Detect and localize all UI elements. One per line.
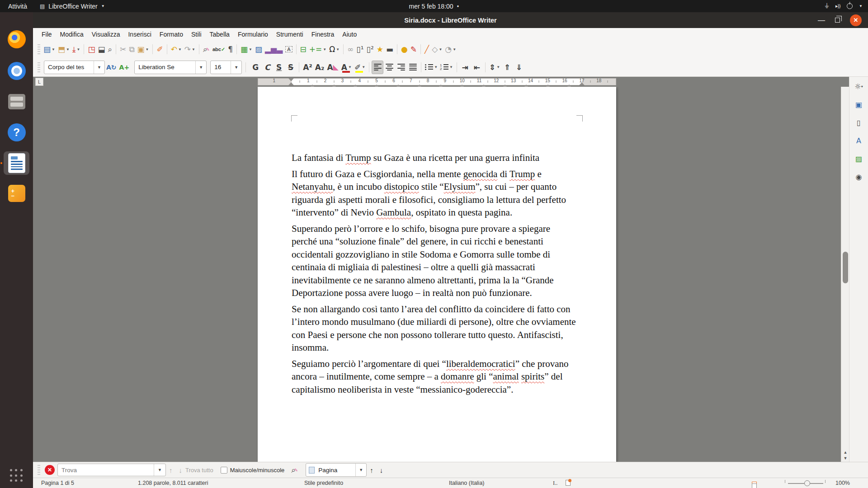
chevron-down-icon[interactable]: ▼ bbox=[355, 464, 366, 476]
find-next-button[interactable]: ↓ bbox=[176, 466, 186, 474]
print-preview-button[interactable]: ⌕ bbox=[107, 43, 114, 56]
scrollbar-thumb[interactable] bbox=[843, 252, 848, 283]
language-status[interactable]: Italiano (Italia) bbox=[449, 480, 485, 486]
vertical-scrollbar[interactable]: ▲ ▼ bbox=[841, 87, 849, 462]
restore-button[interactable] bbox=[835, 18, 840, 23]
menu-formato[interactable]: Formato bbox=[156, 29, 187, 40]
bullet-list-button[interactable]: ▼ bbox=[424, 61, 439, 74]
horizontal-ruler[interactable]: 1123456789101112131415161718 bbox=[0, 77, 868, 87]
document-paragraph[interactable]: Seguiamo perciò l’argomentare di quei “l… bbox=[292, 357, 583, 396]
insert-table-button[interactable]: ▦▼ bbox=[239, 43, 254, 56]
menu-visualizza[interactable]: Visualizza bbox=[88, 29, 124, 40]
update-style-button[interactable]: A↻ bbox=[105, 61, 118, 74]
page-style-status[interactable]: Stile predefinito bbox=[304, 480, 343, 486]
app-menu-button[interactable]: ▤ LibreOffice Writer ▼ bbox=[40, 3, 105, 10]
dock-item-files[interactable] bbox=[4, 90, 29, 113]
document-paragraph[interactable]: Il futuro di Gaza e Cisgiordania, nella … bbox=[292, 168, 583, 219]
highlight-color-button[interactable]: ✐▼ bbox=[353, 61, 367, 74]
formatting-marks-button[interactable]: ¶ bbox=[226, 43, 234, 56]
menu-file[interactable]: File bbox=[38, 29, 56, 40]
document-text[interactable]: La fantasia di Trump su Gaza è una ricet… bbox=[292, 151, 583, 399]
new-document-button[interactable]: ▤▼ bbox=[42, 43, 57, 56]
undo-button[interactable]: ↶▼ bbox=[170, 43, 183, 56]
match-case-checkbox[interactable] bbox=[221, 467, 227, 474]
dock-item-software-updater[interactable]: +− bbox=[4, 182, 29, 205]
next-page-icon[interactable]: ▼ bbox=[841, 456, 849, 460]
dock-item-show-applications[interactable] bbox=[4, 464, 29, 488]
cut-button[interactable]: ✂ bbox=[118, 43, 127, 56]
previous-page-icon[interactable]: ▲ bbox=[841, 450, 849, 455]
toolbar-grip[interactable] bbox=[38, 44, 40, 54]
dock-item-help[interactable]: ? bbox=[4, 121, 29, 144]
navigator-deck-button[interactable]: ◉ bbox=[853, 171, 865, 183]
menu-stili[interactable]: Stili bbox=[187, 29, 206, 40]
find-and-replace-button[interactable]: ⌕✎ bbox=[290, 464, 299, 476]
navigate-previous-button[interactable]: ↑ bbox=[367, 466, 377, 474]
menu-formulario[interactable]: Formulario bbox=[234, 29, 272, 40]
justify-button[interactable] bbox=[407, 61, 419, 74]
chevron-down-icon[interactable]: ▼ bbox=[195, 61, 206, 74]
chevron-down-icon[interactable]: ▼ bbox=[94, 61, 104, 74]
document-paragraph[interactable]: Se non allargando così tanto l’area del … bbox=[292, 303, 583, 354]
dock-item-firefox[interactable] bbox=[4, 28, 29, 51]
left-indent-marker[interactable] bbox=[288, 78, 294, 81]
insert-endnote-button[interactable]: ▯² bbox=[365, 43, 375, 56]
strikethrough-button[interactable]: S bbox=[285, 61, 297, 74]
insert-bookmark-button[interactable]: ★ bbox=[375, 43, 385, 56]
basic-shapes-button[interactable]: ◇▼ bbox=[430, 43, 443, 56]
superscript-button[interactable]: A² bbox=[302, 61, 314, 74]
track-changes-button[interactable]: ✎ bbox=[409, 43, 418, 56]
font-color-button[interactable]: A▼ bbox=[340, 61, 353, 74]
toolbar-grip[interactable] bbox=[38, 465, 40, 475]
word-count-status[interactable]: 1.208 parole, 8.011 caratteri bbox=[138, 480, 208, 486]
document-modified-icon[interactable] bbox=[566, 480, 571, 486]
subscript-button[interactable]: A₂ bbox=[314, 61, 326, 74]
gallery-deck-button[interactable]: ▨ bbox=[853, 153, 865, 164]
export-pdf-button[interactable]: ◳ bbox=[86, 43, 96, 56]
insert-hyperlink-button[interactable]: ∞ bbox=[346, 43, 355, 56]
insert-textbox-button[interactable]: A bbox=[284, 43, 293, 56]
align-right-button[interactable] bbox=[395, 61, 407, 74]
insert-field-button[interactable]: +=▼ bbox=[308, 43, 328, 56]
copy-button[interactable]: ⧉ bbox=[127, 43, 136, 56]
menu-strumenti[interactable]: Strumenti bbox=[272, 29, 307, 40]
search-input[interactable]: ▼ bbox=[57, 464, 166, 476]
line-spacing-button[interactable]: ⇕▼ bbox=[488, 61, 501, 74]
find-replace-button[interactable]: ⌕✎ bbox=[202, 43, 211, 56]
dock-item-browser[interactable] bbox=[4, 59, 29, 83]
page-deck-button[interactable]: ▯ bbox=[853, 117, 865, 128]
selection-mode-status[interactable]: I.. bbox=[553, 480, 557, 487]
spelling-button[interactable]: abc✓ bbox=[211, 43, 226, 56]
decrease-paragraph-spacing-button[interactable]: ⇓ bbox=[513, 61, 525, 74]
find-all-button[interactable]: Trova tutto bbox=[185, 467, 213, 474]
insert-footnote-button[interactable]: ▯¹ bbox=[355, 43, 365, 56]
page-number-status[interactable]: Pagina 1 di 5 bbox=[41, 480, 74, 486]
bold-button[interactable]: G bbox=[250, 61, 261, 74]
insert-image-button[interactable]: ▨ bbox=[254, 43, 264, 56]
open-button[interactable]: ⬒▼ bbox=[57, 43, 71, 56]
paste-button[interactable]: ▣▼ bbox=[136, 43, 150, 56]
symbol-shapes-button[interactable]: ◔▼ bbox=[443, 43, 458, 56]
menu-tabella[interactable]: Tabella bbox=[206, 29, 234, 40]
underline-button[interactable]: S bbox=[273, 61, 285, 74]
paragraph-style-combobox[interactable]: Corpo del tes ▼ bbox=[44, 61, 105, 74]
insert-special-character-button[interactable]: Ω▼ bbox=[328, 43, 341, 56]
page[interactable]: La fantasia di Trump su Gaza è una ricet… bbox=[258, 87, 616, 462]
new-style-button[interactable]: A+ bbox=[118, 61, 131, 74]
redo-button[interactable]: ↷▼ bbox=[183, 43, 197, 56]
toolbar-grip[interactable] bbox=[38, 62, 40, 72]
increase-indent-button[interactable]: ⇥ bbox=[459, 61, 471, 74]
clone-formatting-button[interactable]: ✐ bbox=[155, 43, 164, 56]
clock-button[interactable]: mer 5 feb 18:00 ● bbox=[409, 3, 459, 10]
zoom-percent[interactable]: 100% bbox=[835, 480, 850, 486]
align-left-button[interactable] bbox=[372, 61, 383, 74]
document-heading[interactable]: La fantasia di Trump su Gaza è una ricet… bbox=[292, 151, 583, 164]
save-button[interactable]: ⤓▼ bbox=[71, 43, 81, 56]
titlebar[interactable]: Siria.docx - LibreOffice Writer — ✕ bbox=[33, 12, 868, 28]
find-previous-button[interactable]: ↑ bbox=[166, 466, 176, 474]
insert-cross-reference-button[interactable]: ▬ bbox=[385, 43, 395, 56]
close-find-bar-button[interactable]: ✕ bbox=[45, 465, 55, 475]
navigate-by-combobox[interactable]: Pagina ▼ bbox=[306, 463, 367, 477]
menu-modifica[interactable]: Modifica bbox=[56, 29, 88, 40]
clear-formatting-button[interactable]: A◣ bbox=[326, 61, 340, 74]
